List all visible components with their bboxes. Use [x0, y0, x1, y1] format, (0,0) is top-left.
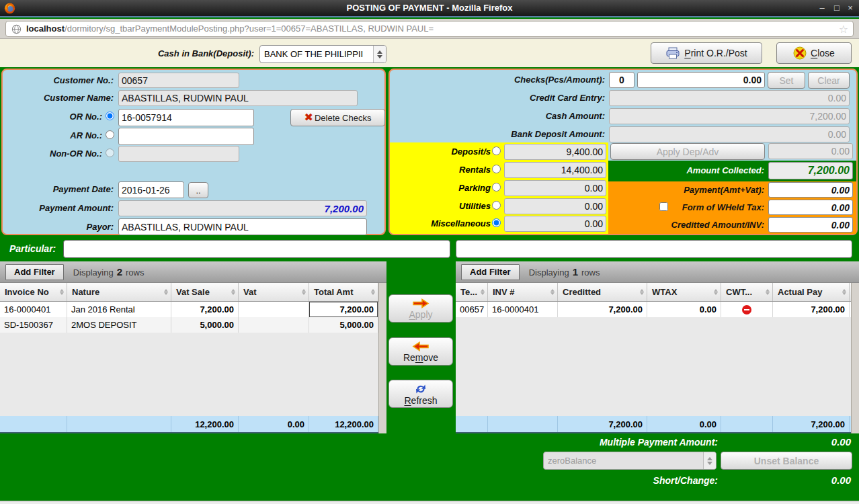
wheld-tax-checkbox[interactable]	[659, 202, 668, 211]
address-bar[interactable]: localhost/dormitory/sg_tbarPaymentModule…	[5, 21, 854, 37]
remove-label: Remove	[403, 352, 438, 363]
maximize-button[interactable]: □	[829, 3, 844, 13]
category-value-miscellaneous[interactable]	[504, 216, 606, 232]
total-blank	[456, 416, 488, 432]
credit-table-scrollbar[interactable]	[851, 283, 859, 433]
cell-invoice-no: SD-1500367	[0, 317, 67, 333]
globe-icon	[11, 24, 22, 34]
window-bottom-edge	[0, 501, 859, 504]
sort-icon	[842, 289, 846, 295]
apply-button[interactable]: Apply	[388, 294, 453, 323]
bookmark-star-icon[interactable]: ☆	[839, 22, 848, 37]
payment-amt-vat-field[interactable]	[768, 182, 853, 198]
or-no-field[interactable]	[118, 109, 254, 126]
col-creditted[interactable]: Creditted	[558, 283, 647, 301]
print-or-post-button[interactable]: Print O.R./Post	[651, 42, 762, 64]
collected-block: Apply Dep/Adv Amount Collected: Payment(…	[608, 142, 856, 234]
or-no-radio[interactable]	[106, 112, 114, 120]
category-radio-deposits[interactable]	[492, 146, 501, 155]
non-or-no-radio[interactable]	[106, 149, 114, 157]
credit-card-field[interactable]	[609, 90, 850, 106]
non-or-no-field[interactable]	[118, 146, 239, 162]
cash-amount-field[interactable]	[609, 108, 850, 124]
col-actual-pay[interactable]: Actual Pay	[773, 283, 850, 301]
credit-add-filter-button[interactable]: Add Filter	[461, 264, 520, 280]
category-label-deposits: Deposit/s	[397, 146, 491, 157]
invoice-table-scrollbar[interactable]	[378, 283, 386, 433]
refresh-button[interactable]: Refresh	[388, 380, 453, 408]
payor-field[interactable]	[118, 218, 367, 235]
col-label: Invoice No	[5, 287, 49, 297]
delete-x-icon: ✖	[304, 112, 313, 123]
col-inv-no[interactable]: INV #	[488, 283, 558, 301]
row-count-value: 1	[573, 266, 578, 278]
page-header: Cash in Bank(Deposit): BANK OF THE PHILI…	[0, 39, 859, 67]
customer-name-field[interactable]	[118, 90, 358, 106]
set-label: Set	[779, 75, 793, 86]
credit-table: Add Filter Displaying 1 rows Te... INV #…	[456, 261, 859, 433]
customer-no-field[interactable]	[118, 73, 239, 88]
category-radio-utilities[interactable]	[492, 201, 501, 210]
set-button[interactable]: Set	[768, 72, 805, 89]
cash-in-bank-label: Cash in Bank(Deposit):	[13, 48, 254, 58]
category-radio-rentals[interactable]	[492, 165, 501, 173]
balance-select-value: zeroBalance	[548, 456, 596, 466]
category-radio-parking[interactable]	[492, 183, 501, 192]
invoice-add-filter-button[interactable]: Add Filter	[5, 264, 64, 280]
cwt-remove-icon[interactable]	[742, 305, 751, 314]
ar-no-radio[interactable]	[106, 130, 114, 139]
cell-vat-sale: 5,000.00	[171, 317, 239, 333]
invoice-row-1[interactable]: 16-0000401 Jan 2016 Rental 7,200.00 7,20…	[0, 302, 378, 317]
col-vat-sale[interactable]: Vat Sale	[171, 283, 239, 301]
unset-balance-button[interactable]: Unset Balance	[721, 452, 852, 470]
category-value-rentals[interactable]	[504, 162, 606, 178]
apply-dep-adv-button[interactable]: Apply Dep/Adv	[610, 143, 765, 160]
col-invoice-no[interactable]: Invoice No	[0, 283, 67, 301]
bank-deposit-field[interactable]	[609, 126, 850, 142]
particular-left-input[interactable]	[63, 240, 450, 258]
payment-amount-field[interactable]	[118, 200, 367, 216]
close-window-button[interactable]: ×	[843, 3, 858, 13]
balance-select[interactable]: zeroBalance	[543, 452, 717, 470]
minimize-button[interactable]: –	[815, 3, 829, 13]
cash-in-bank-select[interactable]: BANK OF THE PHILIPPII	[259, 45, 386, 63]
category-value-deposits[interactable]	[504, 144, 606, 160]
payment-date-field[interactable]	[118, 181, 184, 198]
amount-collected-field[interactable]	[768, 162, 853, 179]
checks-pcs-field[interactable]	[609, 72, 635, 88]
date-picker-button[interactable]: ..	[188, 182, 208, 198]
remove-button[interactable]: Remove	[388, 337, 453, 366]
col-vat[interactable]: Vat	[239, 283, 309, 301]
col-total-amt[interactable]: Total Amt	[309, 283, 378, 301]
cell-vat	[239, 302, 309, 317]
window-title: POSTING OF PAYMENT - Mozilla Firefox	[0, 3, 859, 13]
col-wtax[interactable]: WTAX	[647, 283, 721, 301]
creditted-amount-field[interactable]	[768, 217, 853, 233]
close-button[interactable]: Close	[776, 42, 852, 64]
invoice-row-2[interactable]: SD-1500367 2MOS DEPOSIT 5,000.00 5,000.0…	[0, 317, 378, 333]
delete-checks-button[interactable]: ✖ Delete Checks	[290, 109, 385, 126]
category-value-utilities[interactable]	[504, 198, 606, 214]
col-tenant[interactable]: Te...	[456, 283, 488, 301]
total-actual-pay: 7,200.00	[773, 416, 850, 432]
invoice-table-empty-area	[0, 333, 378, 416]
col-label: Creditted	[563, 287, 601, 297]
ar-no-field[interactable]	[118, 128, 254, 145]
category-value-parking[interactable]	[504, 180, 606, 196]
col-cwt[interactable]: CWT...	[721, 283, 773, 301]
cell-total-amt-selected[interactable]: 7,200.00	[309, 302, 378, 317]
apply-dep-adv-field[interactable]	[768, 143, 853, 159]
checks-label: Checks(Pcs/Amount):	[390, 75, 605, 85]
col-label: Nature	[72, 287, 99, 297]
category-label-miscellaneous: Miscellaneous	[397, 218, 491, 228]
particular-right-input[interactable]	[456, 240, 852, 258]
credit-row-1[interactable]: 00657 16-0000401 7,200.00 0.00 7,200.00	[456, 302, 851, 317]
category-radio-miscellaneous[interactable]	[492, 218, 501, 227]
checks-amount-field[interactable]	[637, 72, 765, 88]
wheld-tax-field[interactable]	[768, 200, 853, 215]
credit-table-toolbar: Add Filter Displaying 1 rows	[456, 261, 859, 283]
cell-creditted: 7,200.00	[558, 302, 647, 317]
displaying-text: Displaying	[73, 267, 114, 278]
clear-button[interactable]: Clear	[808, 72, 850, 89]
col-nature[interactable]: Nature	[67, 283, 171, 301]
